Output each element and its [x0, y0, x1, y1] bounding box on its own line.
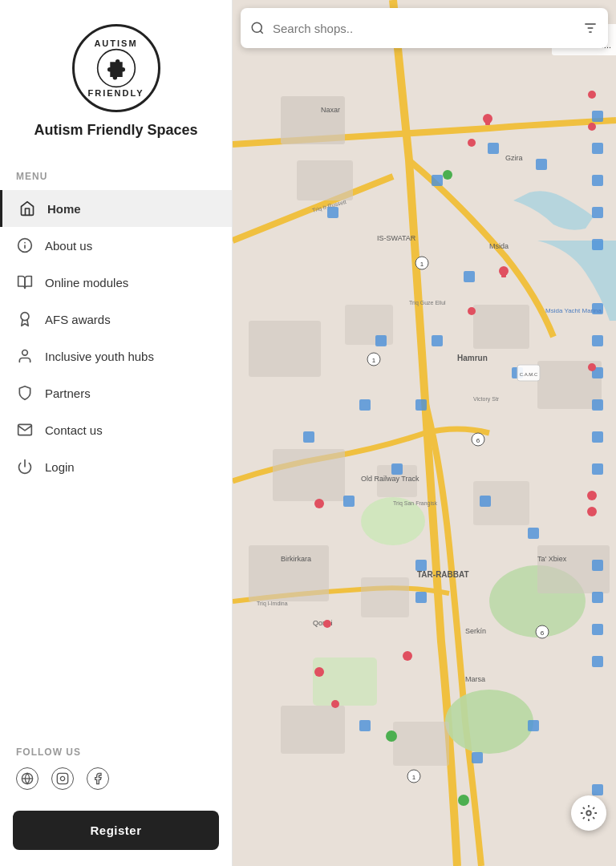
- menu-section: MENU Home About us: [0, 155, 232, 730]
- inclusive-youth-hubs-label: Inclusive youth hubs: [45, 350, 154, 363]
- svg-rect-55: [536, 159, 547, 170]
- app-title: Autism Friendly Spaces: [34, 122, 197, 139]
- svg-rect-73: [303, 431, 314, 443]
- svg-point-117: [443, 170, 452, 180]
- svg-point-107: [588, 123, 596, 131]
- svg-point-11: [252, 22, 261, 32]
- svg-rect-34: [393, 722, 449, 766]
- sidebar-item-home[interactable]: Home: [0, 190, 232, 227]
- svg-text:Msida Yacht Marina: Msida Yacht Marina: [545, 307, 602, 314]
- svg-rect-68: [432, 335, 443, 346]
- filter-button[interactable]: [582, 20, 598, 36]
- svg-rect-86: [472, 752, 483, 763]
- shield-icon: [16, 384, 34, 402]
- svg-text:Msida: Msida: [489, 242, 509, 250]
- svg-point-110: [331, 700, 339, 708]
- svg-rect-76: [343, 496, 355, 507]
- svg-rect-77: [415, 560, 427, 571]
- svg-rect-101: [501, 271, 506, 277]
- svg-rect-74: [391, 463, 403, 475]
- svg-rect-59: [592, 207, 603, 218]
- svg-text:Triq l-Imdina: Triq l-Imdina: [257, 601, 288, 607]
- svg-rect-80: [592, 560, 603, 571]
- follow-section: FOLLOW US: [0, 730, 232, 798]
- svg-point-5: [22, 350, 28, 356]
- gps-button[interactable]: [571, 795, 606, 831]
- svg-rect-56: [592, 111, 603, 122]
- facebook-icon[interactable]: [87, 767, 109, 790]
- follow-label: FOLLOW US: [16, 747, 216, 758]
- home-icon: [18, 200, 36, 217]
- svg-rect-83: [592, 656, 603, 667]
- svg-rect-72: [359, 399, 371, 411]
- svg-rect-23: [249, 321, 321, 377]
- svg-rect-21: [281, 96, 345, 144]
- svg-rect-64: [592, 399, 603, 411]
- svg-rect-31: [361, 577, 409, 617]
- sidebar-item-inclusive-youth-hubs[interactable]: Inclusive youth hubs: [0, 338, 232, 374]
- search-bar: [241, 8, 608, 48]
- svg-text:Hamrun: Hamrun: [457, 354, 488, 362]
- svg-text:1: 1: [412, 774, 416, 781]
- svg-rect-75: [480, 496, 491, 507]
- sidebar-item-about[interactable]: About us: [0, 227, 232, 264]
- svg-rect-20: [313, 658, 377, 706]
- map-svg: Naxar IS-SWATAR Hamrun Old Railway Track…: [233, 0, 616, 866]
- person-icon: [16, 347, 34, 365]
- svg-point-108: [403, 651, 412, 661]
- svg-rect-62: [592, 335, 603, 346]
- svg-text:C.A.M.C: C.A.M.C: [520, 372, 538, 377]
- svg-point-115: [587, 491, 597, 500]
- svg-text:Birkirkara: Birkirkara: [281, 555, 311, 563]
- instagram-icon[interactable]: [51, 767, 74, 790]
- svg-rect-57: [592, 143, 603, 154]
- svg-point-113: [386, 730, 397, 742]
- logo-text-friendly: FRIENDLY: [88, 88, 144, 98]
- sidebar-item-login[interactable]: Login: [0, 448, 232, 485]
- home-label: Home: [47, 202, 81, 216]
- svg-point-111: [323, 620, 331, 628]
- svg-text:Serkín: Serkín: [465, 627, 486, 635]
- register-button[interactable]: Register: [13, 811, 219, 850]
- power-icon: [16, 458, 34, 475]
- svg-point-104: [468, 307, 476, 315]
- svg-rect-71: [415, 399, 427, 411]
- online-modules-label: Online modules: [45, 276, 128, 289]
- svg-rect-58: [592, 175, 603, 186]
- globe-icon[interactable]: [16, 767, 38, 790]
- sidebar-item-partners[interactable]: Partners: [0, 374, 232, 411]
- logo-circle: AUTISM FRIENDLY: [72, 24, 160, 112]
- info-icon: [16, 237, 34, 254]
- svg-point-120: [586, 811, 591, 815]
- menu-label: MENU: [0, 171, 232, 190]
- svg-point-114: [314, 499, 324, 508]
- about-label: About us: [45, 239, 92, 253]
- sidebar-item-online-modules[interactable]: Online modules: [0, 264, 232, 301]
- svg-text:Ta' Xbiex: Ta' Xbiex: [537, 555, 567, 563]
- svg-rect-22: [297, 160, 353, 200]
- svg-text:Gzira: Gzira: [505, 154, 523, 162]
- map-area: Naxar IS-SWATAR Hamrun Old Railway Track…: [233, 0, 616, 866]
- svg-rect-54: [488, 143, 499, 154]
- svg-rect-65: [592, 431, 603, 443]
- logo-text-autism: AUTISM: [94, 38, 137, 48]
- svg-line-12: [260, 30, 262, 33]
- svg-rect-52: [432, 175, 443, 186]
- svg-point-116: [587, 507, 597, 516]
- svg-text:Triq San Franġisk: Triq San Franġisk: [393, 500, 437, 507]
- search-input[interactable]: [273, 22, 582, 35]
- contact-us-label: Contact us: [45, 423, 103, 437]
- sidebar-item-afs-awards[interactable]: AFS awards: [0, 301, 232, 338]
- svg-text:Old Railway Track: Old Railway Track: [361, 475, 419, 483]
- svg-rect-84: [528, 720, 539, 731]
- svg-text:6: 6: [476, 437, 480, 444]
- svg-rect-25: [473, 305, 529, 349]
- logo-area: AUTISM FRIENDLY Autism Friendly Spaces: [0, 0, 232, 155]
- svg-rect-85: [359, 720, 371, 731]
- svg-text:Marsa: Marsa: [465, 675, 485, 683]
- svg-point-109: [314, 667, 324, 677]
- svg-text:TAR-RABBAT: TAR-RABBAT: [417, 570, 469, 579]
- sidebar-item-contact-us[interactable]: Contact us: [0, 411, 232, 448]
- svg-rect-67: [464, 271, 475, 282]
- svg-rect-79: [528, 528, 539, 539]
